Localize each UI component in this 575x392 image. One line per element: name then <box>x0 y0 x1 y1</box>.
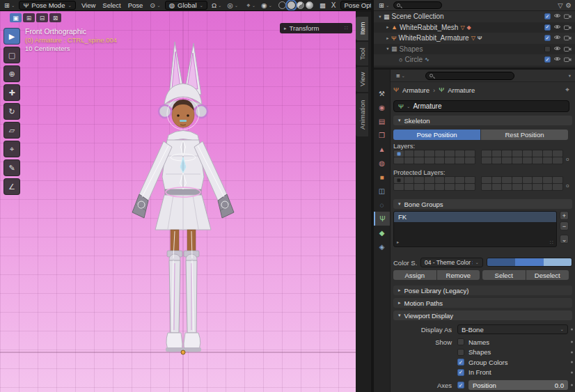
layer-cell[interactable] <box>435 184 445 190</box>
layer-cell[interactable] <box>394 150 404 157</box>
eye-icon[interactable] <box>553 56 561 63</box>
layer-cell[interactable] <box>543 150 553 157</box>
tool-annotate-button[interactable]: ✎ <box>3 159 20 176</box>
layer-cell[interactable] <box>492 150 502 157</box>
outliner-item-label[interactable]: WhiteRabbit_Mesh <box>400 24 458 31</box>
outliner-row-shapes[interactable]: ▾▦Shapes <box>374 44 575 55</box>
outliner-item-label[interactable]: Shapes <box>400 45 423 53</box>
layer-cell[interactable] <box>533 184 542 190</box>
overlays-dropdown[interactable]: ◉⌄ <box>260 1 274 10</box>
color-swatch-select[interactable] <box>515 258 543 266</box>
layer-cell[interactable] <box>414 177 424 183</box>
layer-cell[interactable] <box>512 157 522 164</box>
display-as-dropdown[interactable]: B-Bone ⌄ <box>457 324 568 334</box>
layer-cell[interactable] <box>455 157 465 164</box>
camera-icon[interactable] <box>564 34 572 42</box>
camera-icon[interactable] <box>564 45 572 53</box>
outliner-search-input[interactable] <box>393 1 442 9</box>
layer-cell[interactable] <box>482 177 491 183</box>
outliner-item-label[interactable]: WhiteRabbit_Armature <box>399 34 469 42</box>
outliner-row-whiterabbit-mesh[interactable]: ▸▲WhiteRabbit_Mesh▽◆ <box>374 22 575 33</box>
outliner-options-icon[interactable]: ⚙ <box>565 2 572 9</box>
camera-icon[interactable] <box>564 24 572 31</box>
properties-tab-render[interactable]: ◉ <box>374 100 390 114</box>
outliner-row-circle[interactable]: ○Circle∿ <box>374 54 575 65</box>
tool-scale-button[interactable]: ▱ <box>3 122 20 139</box>
eye-icon[interactable] <box>553 24 561 31</box>
transform-panel-header[interactable]: ▸ Transform ∷ <box>280 23 352 33</box>
layer-cell[interactable] <box>523 184 533 190</box>
layer-cell[interactable] <box>404 157 414 164</box>
layer-cell[interactable] <box>465 184 475 190</box>
layer-cell[interactable] <box>465 177 475 183</box>
gizmos-dropdown[interactable]: ⌖⌄ <box>245 1 257 10</box>
layer-cell[interactable] <box>543 157 553 164</box>
axes-checkbox[interactable] <box>457 382 464 389</box>
layer-cell[interactable] <box>425 150 434 157</box>
layer-cell[interactable] <box>523 150 533 157</box>
color-swatch-active[interactable] <box>544 258 572 266</box>
layer-cell[interactable] <box>512 150 522 157</box>
outliner-item-label[interactable]: Circle <box>404 56 423 63</box>
snap-toggle[interactable]: Ω⌄ <box>210 1 223 10</box>
bone-group-add-button[interactable]: + <box>560 211 569 220</box>
layer-cell[interactable] <box>502 184 512 190</box>
pose-position-button[interactable]: Pose Position <box>393 130 480 140</box>
3d-viewport[interactable]: ▣⊞⊟⊠ Front Orthographic (0) Armature : C… <box>0 11 356 392</box>
properties-tab-output[interactable]: ▤ <box>374 114 390 128</box>
names-checkbox[interactable] <box>457 338 464 345</box>
color-swatch-normal[interactable] <box>487 258 515 266</box>
tool-rotate-button[interactable]: ↻ <box>3 103 20 120</box>
properties-tab-view-layer[interactable]: ❐ <box>374 128 390 142</box>
tool-select-box-button[interactable]: ▢ <box>3 47 20 63</box>
layer-cell[interactable] <box>502 177 512 183</box>
resize-grip-icon[interactable]: ∷ <box>550 240 553 246</box>
properties-tab-constraints[interactable]: ◫ <box>374 184 390 198</box>
pose-options-dropdown[interactable]: Pose Options⌄ <box>340 1 371 10</box>
character-model[interactable] <box>0 11 356 392</box>
disclosure-triangle-icon[interactable]: ▾ <box>384 46 391 52</box>
layer-cell[interactable] <box>512 177 522 183</box>
layer-cell[interactable] <box>455 184 465 190</box>
outliner-filter-icon[interactable]: ▽ <box>558 2 562 9</box>
layer-cell[interactable] <box>482 157 491 164</box>
eye-icon[interactable] <box>553 45 561 53</box>
layer-cell[interactable] <box>404 177 414 183</box>
properties-editor-type-button[interactable]: ≡⌄ <box>395 71 407 80</box>
layer-cell[interactable] <box>445 157 455 164</box>
tool-cursor-button[interactable]: ⊕ <box>3 65 20 82</box>
drag-grip-icon[interactable]: ∷ <box>345 25 348 31</box>
layer-cell[interactable] <box>425 184 434 190</box>
tool-tweak-button[interactable]: ▶ <box>3 28 20 45</box>
rendered-shading-icon[interactable] <box>306 1 313 9</box>
breadcrumb-data[interactable]: Armature <box>448 86 475 94</box>
exclude-checkbox[interactable] <box>544 13 551 19</box>
outliner-item-label[interactable]: Scene Collection <box>392 13 444 20</box>
layer-cell[interactable] <box>435 177 445 183</box>
exclude-checkbox[interactable] <box>544 46 551 52</box>
layer-cell[interactable] <box>492 184 502 190</box>
grid-icon-button[interactable]: ▩ <box>318 1 327 10</box>
mode-selector-dropdown[interactable]: ΨPose Mode⌄ <box>19 1 75 10</box>
layer-cell[interactable] <box>394 184 404 190</box>
disclosure-triangle-icon[interactable]: ▸ <box>384 36 391 41</box>
layer-cell[interactable] <box>435 157 445 164</box>
layer-cell[interactable] <box>482 150 491 157</box>
layer-cell[interactable] <box>425 177 434 183</box>
layer-cell[interactable] <box>492 157 502 164</box>
rest-position-button[interactable]: Rest Position <box>481 130 568 140</box>
remove-button[interactable]: Remove <box>437 270 480 280</box>
skeleton-section-header[interactable]: ▾ Skeleton <box>393 116 572 125</box>
layer-cell[interactable] <box>533 177 542 183</box>
assign-button[interactable]: Assign <box>393 270 436 280</box>
sidebar-tab-tool[interactable]: Tool <box>356 42 368 65</box>
select-mode-set-button[interactable]: ▣ <box>10 13 22 22</box>
exclude-checkbox[interactable] <box>544 35 551 41</box>
layer-cell[interactable] <box>482 184 491 190</box>
material-shading-icon[interactable] <box>297 1 304 9</box>
disclosure-triangle-icon[interactable]: ▾ <box>377 14 384 19</box>
layer-cell[interactable] <box>465 150 475 157</box>
transform-orientation-dropdown[interactable]: ◍Global⌄ <box>165 1 207 10</box>
sidebar-tab-animation[interactable]: Animation <box>356 93 368 136</box>
layer-cell[interactable] <box>543 184 553 190</box>
